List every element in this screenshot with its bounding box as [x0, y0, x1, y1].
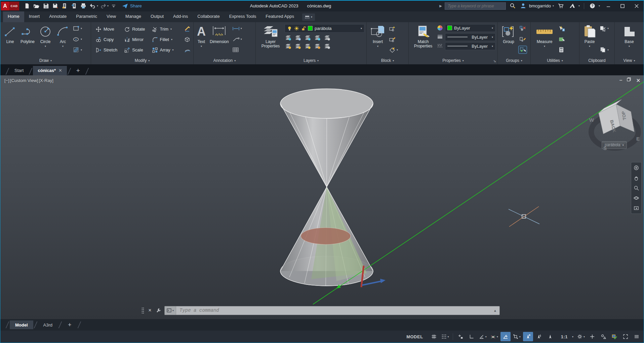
plot-button[interactable] [79, 2, 88, 10]
tab-annotate[interactable]: Annotate [44, 11, 71, 22]
command-input[interactable] [176, 308, 493, 313]
panel-view-label[interactable]: View▾ [615, 57, 644, 64]
mirror-button[interactable]: Mirror [123, 37, 146, 43]
search-expand-arrow[interactable]: ▶ [439, 4, 442, 8]
layer-walk-button[interactable] [324, 34, 330, 41]
viewport-view-control[interactable]: [Custom View] [10, 78, 38, 83]
command-history-arrow[interactable]: ▲ [493, 309, 499, 312]
object-color-dropdown[interactable]: ByLayer▾ [445, 24, 495, 32]
create-block-button[interactable] [388, 25, 399, 32]
arc-button[interactable]: Arc ▾ [55, 24, 71, 57]
search-input[interactable] [445, 4, 506, 8]
new-layout-button[interactable]: + [63, 320, 77, 329]
layer-thaw-button[interactable] [304, 43, 311, 49]
dimension-button[interactable]: Dimension [208, 24, 230, 57]
copy-button[interactable]: Copy [94, 37, 118, 43]
layer-properties-button[interactable]: Layer Properties [258, 24, 283, 57]
paste-button[interactable]: Paste ▾ [581, 24, 598, 57]
section-ellipse[interactable] [301, 228, 351, 244]
tab-home[interactable]: Home [3, 11, 24, 22]
search-icon[interactable] [509, 2, 517, 10]
layer-unisolate-button[interactable] [294, 43, 301, 49]
scale-button[interactable]: Scale [123, 47, 146, 53]
tab-express-tools[interactable]: Express Tools [225, 11, 261, 22]
navigation-wheel-button[interactable] [632, 164, 640, 172]
username[interactable]: bmcgarrido [529, 3, 551, 8]
panel-utilities-label[interactable]: Utilities▾ [531, 57, 579, 64]
redo-button[interactable] [99, 2, 108, 10]
viewcube-ucs-menu[interactable]: parábola▾ [602, 141, 627, 149]
layer-freeze-button[interactable] [304, 34, 311, 41]
viewport-restore-button[interactable] [627, 77, 632, 84]
zoom-magnifier-button[interactable] [632, 184, 640, 192]
customize-quick-access-button[interactable] [109, 2, 118, 10]
layer-on-button[interactable] [285, 43, 291, 49]
explode-button[interactable] [183, 36, 191, 43]
layer-isolate-button[interactable] [294, 34, 301, 41]
close-tab-icon[interactable]: ✕ [58, 68, 62, 73]
layout-tab-model[interactable]: Model [10, 320, 33, 329]
fillet-button[interactable]: Fillet▾ [151, 37, 175, 43]
panel-properties-label[interactable]: Properties▾ [409, 57, 497, 64]
show-motion-button[interactable] [632, 204, 640, 212]
line-button[interactable]: Line [2, 24, 18, 57]
tab-featured-apps[interactable]: Featured Apps [261, 11, 299, 22]
cart-icon[interactable] [557, 2, 565, 10]
ortho-mode-toggle[interactable] [467, 332, 477, 341]
stretch-button[interactable]: Stretch [94, 47, 118, 53]
viewport-visualstyle-control[interactable]: [X-Ray] [39, 78, 53, 83]
quick-calc-select-button[interactable] [558, 36, 566, 43]
polar-tracking-toggle[interactable]: ▾ [478, 332, 488, 341]
panel-clipboard-label[interactable]: Clipboard [579, 57, 614, 64]
isometric-drafting-toggle[interactable]: ▾ [489, 332, 499, 341]
customization-button[interactable]: ▾ [576, 332, 586, 341]
circle-button[interactable]: Circle ▾ [37, 24, 53, 57]
tab-parametric[interactable]: Parametric [71, 11, 102, 22]
new-drawing-tab-button[interactable]: + [72, 66, 85, 75]
isolate-objects-button[interactable] [598, 332, 608, 341]
model-space-toggle[interactable]: MODEL [402, 332, 428, 341]
tab-view[interactable]: View [102, 11, 121, 22]
drawing-viewport[interactable]: [−][Custom View][X-Ray] − ✕ W S E BACK T… [0, 75, 644, 319]
leader-button[interactable]: ▾ [232, 36, 243, 43]
close-button[interactable] [631, 2, 642, 10]
viewport-minimize-button[interactable]: − [618, 77, 623, 84]
hatch-button[interactable]: ▾ [72, 46, 83, 53]
save-as-button[interactable] [51, 2, 59, 10]
file-tab-cnicas[interactable]: cónicas*✕ [33, 66, 67, 75]
base-button[interactable]: Base ▾ [620, 24, 638, 57]
status-menu-button[interactable] [632, 332, 642, 341]
open-button[interactable] [32, 2, 41, 10]
cut-button[interactable]: ▾ [599, 25, 609, 32]
annotation-scale-icon[interactable] [545, 332, 555, 341]
layer-unlock-button[interactable] [314, 43, 321, 49]
viewport-close-button[interactable]: ✕ [636, 77, 641, 84]
apps-dropdown[interactable]: ▾ [578, 4, 580, 7]
open-from-web-mobile-button[interactable] [70, 2, 78, 10]
insert-block-button[interactable]: Insert ▾ [369, 24, 387, 57]
panel-groups-label[interactable]: Groups▾ [498, 57, 530, 64]
ungroup-button[interactable] [519, 25, 527, 32]
object-snap-tracking-toggle[interactable] [500, 332, 511, 341]
tab-manage[interactable]: Manage [121, 11, 146, 22]
annotation-visibility-toggle[interactable] [523, 332, 533, 341]
graphics-performance-button[interactable] [609, 332, 619, 341]
undo-dropdown[interactable]: ▾ [97, 4, 98, 7]
quick-select-button[interactable] [558, 25, 566, 32]
save-to-web-mobile-button[interactable] [60, 2, 69, 10]
tab-add-ins[interactable]: Add-ins [168, 11, 193, 22]
rectangle-button[interactable]: ▾ [72, 25, 83, 32]
copy-clip-button[interactable]: ▾ [599, 46, 609, 53]
group-edit-button[interactable] [519, 36, 527, 43]
lineweight-dropdown[interactable]: ByLayer▾ [445, 33, 495, 41]
quick-calculator-button[interactable] [558, 46, 566, 53]
command-line-close-button[interactable]: × [147, 307, 153, 313]
undo-button[interactable] [88, 2, 97, 10]
orbit-button[interactable] [632, 194, 640, 202]
group-selection-toggle[interactable] [519, 46, 527, 53]
tab-output[interactable]: Output [146, 11, 168, 22]
layer-lock-button[interactable] [314, 34, 321, 41]
autocad-logo[interactable]: A CAD [1, 2, 19, 10]
new-button[interactable] [23, 2, 31, 10]
object-snap-toggle[interactable]: ▾ [512, 332, 522, 341]
